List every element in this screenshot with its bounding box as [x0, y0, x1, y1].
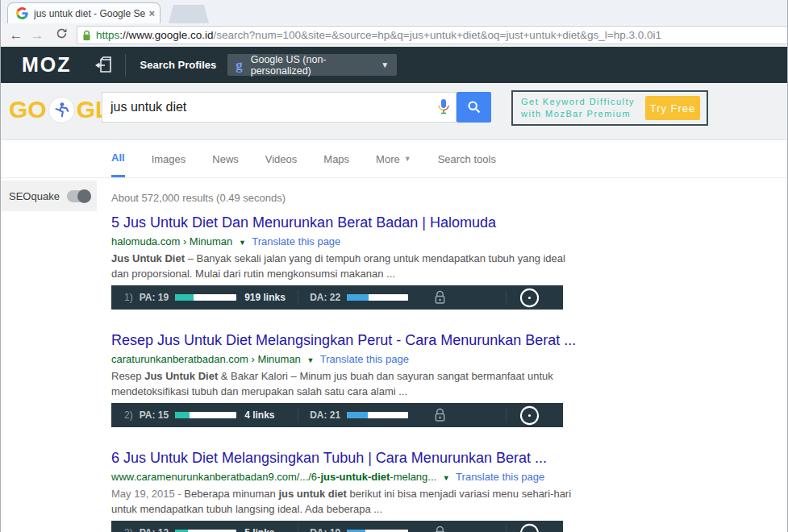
result-title-link[interactable]: 6 Jus Untuk Diet Melangsingkan Tubuh | C… [111, 449, 575, 468]
pa-label: PA: 13 [140, 527, 169, 532]
chevron-down-icon: ▼ [381, 60, 389, 69]
result-url-line: caraturunkanberatbadan.com › Minuman ▼ T… [111, 352, 575, 368]
result-snippet: Jus Untuk Diet – Banyak sekali jalan yan… [111, 251, 573, 281]
reload-button[interactable] [51, 27, 72, 44]
result-snippet: Resep Jus Untuk Diet & Bakar Kalori – Mi… [111, 369, 573, 399]
tab-videos[interactable]: Videos [265, 140, 298, 177]
tab-strip: jus untuk diet - Google Se × [1, 0, 788, 23]
link-analysis-icon[interactable] [519, 288, 540, 308]
result-url: www.caramenurunkanberatbadan9.com/.../6-… [111, 471, 436, 483]
tab-all[interactable]: All [111, 140, 125, 177]
address-bar[interactable]: https://www.google.co.id/search?num=100&… [77, 26, 788, 44]
search-result: Resep Jus Untuk Diet Melangsingkan Perut… [111, 331, 575, 427]
url-dropdown-caret-icon[interactable]: ▼ [239, 239, 246, 247]
logo-go: GO [9, 96, 47, 123]
tab-title: jus untuk diet - Google Se [34, 8, 145, 19]
result-rank: 3) [124, 527, 133, 532]
result-rank: 2) [124, 409, 133, 421]
result-snippet: May 19, 2015 - Beberapa minuman jus untu… [111, 487, 573, 517]
result-url: halomuda.com › Minuman [111, 235, 232, 247]
divider [506, 290, 507, 305]
search-box [102, 92, 457, 123]
result-rank: 1) [124, 292, 133, 303]
divider [298, 290, 298, 305]
links-count: 4 links [244, 409, 290, 421]
search-button[interactable] [457, 92, 491, 123]
tab-search-tools[interactable]: Search tools [438, 140, 496, 177]
detach-toolbar-icon[interactable] [94, 56, 115, 75]
chevron-down-icon: ▼ [404, 155, 411, 163]
da-label: DA: 21 [310, 409, 340, 421]
forward-button[interactable]: → [27, 27, 48, 44]
moz-toolbar: MOZ Search Profiles g Google US (non-per… [1, 47, 788, 83]
translate-link[interactable]: Translate this page [320, 353, 409, 365]
result-title-link[interactable]: 5 Jus Untuk Diet Dan Menurunkan Berat Ba… [111, 214, 575, 232]
secure-lock-icon [82, 30, 91, 41]
browser-window: jus untuk diet - Google Se × ← → https:/… [0, 0, 788, 532]
divider [298, 408, 298, 422]
da-label: DA: 19 [310, 527, 340, 532]
pa-bar [175, 294, 236, 301]
results-list: 5 Jus Untuk Diet Dan Menurunkan Berat Ba… [111, 214, 575, 532]
divider [506, 408, 507, 422]
lock-icon[interactable] [434, 526, 446, 532]
da-bar [347, 294, 408, 301]
search-profile-dropdown[interactable]: g Google US (non-personalized) ▼ [227, 54, 397, 76]
seoquake-label: SEOquake [9, 190, 60, 202]
da-bar [347, 412, 408, 418]
tab-images[interactable]: Images [152, 140, 186, 177]
tab-more[interactable]: More▼ [376, 140, 411, 177]
mozbar-metrics: 3) PA: 13 5 links DA: 19 [111, 521, 563, 532]
try-free-button[interactable]: Try Free [645, 96, 700, 120]
voice-search-icon[interactable] [432, 99, 456, 115]
browser-toolbar: ← → https://www.google.co.id/search?num=… [1, 23, 788, 47]
result-type-tabs: AllImagesNewsVideosMapsMore▼Search tools [1, 140, 788, 178]
search-profiles-label: Search Profiles [140, 59, 217, 71]
seoquake-toggle[interactable] [67, 190, 91, 202]
mozbar-metrics: 2) PA: 15 4 links DA: 21 [111, 403, 563, 427]
mozbar-metrics: 1) PA: 19 919 links DA: 22 [111, 285, 563, 310]
link-analysis-icon[interactable] [519, 523, 540, 532]
da-label: DA: 22 [310, 292, 340, 303]
result-url-line: www.caramenurunkanberatbadan9.com/.../6-… [111, 470, 575, 485]
search-input[interactable] [102, 100, 432, 114]
mozbar-premium-ad: Get Keyword Difficulty with MozBar Premi… [511, 90, 708, 126]
url-dropdown-caret-icon[interactable]: ▼ [443, 474, 450, 482]
back-button[interactable]: ← [6, 27, 27, 44]
links-count: 919 links [244, 292, 290, 303]
translate-link[interactable]: Translate this page [252, 235, 340, 247]
pa-label: PA: 19 [140, 292, 169, 303]
tab-maps[interactable]: Maps [323, 140, 349, 177]
moz-logo: MOZ [22, 53, 72, 77]
doodle-figure-icon [48, 97, 75, 123]
ad-text: Get Keyword Difficulty with MozBar Premi… [521, 96, 645, 120]
pa-bar [175, 412, 236, 418]
google-g-icon: g [236, 57, 243, 73]
links-count: 5 links [244, 527, 290, 532]
google-favicon-icon [16, 7, 28, 19]
divider [298, 526, 298, 532]
search-result: 5 Jus Untuk Diet Dan Menurunkan Berat Ba… [111, 214, 575, 310]
result-url-line: halomuda.com › Minuman ▼ Translate this … [111, 235, 575, 250]
profile-selected-value: Google US (non-personalized) [251, 54, 381, 77]
new-tab-button[interactable] [169, 5, 209, 23]
translate-link[interactable]: Translate this page [456, 471, 544, 483]
search-header: GO GLE Get Keyword Difficulty with MozBa… [1, 83, 788, 140]
pa-label: PA: 15 [140, 409, 169, 421]
tab-close-icon[interactable]: × [148, 8, 155, 19]
lock-icon[interactable] [434, 408, 446, 422]
url-text: https://www.google.co.id/search?num=100&… [96, 29, 661, 41]
tab-news[interactable]: News [212, 140, 239, 177]
result-title-link[interactable]: Resep Jus Untuk Diet Melangsingkan Perut… [111, 331, 575, 350]
search-result: 6 Jus Untuk Diet Melangsingkan Tubuh | C… [111, 449, 575, 532]
url-dropdown-caret-icon[interactable]: ▼ [306, 356, 314, 364]
lock-icon[interactable] [434, 290, 446, 305]
browser-tab[interactable]: jus untuk diet - Google Se × [7, 2, 161, 23]
result-url: caraturunkanberatbadan.com › Minuman [111, 353, 301, 365]
divider [125, 54, 126, 77]
seoquake-panel: SEOquake [1, 181, 97, 211]
result-stats: About 572,000 results (0.49 seconds) [111, 192, 286, 204]
divider [506, 526, 507, 532]
link-analysis-icon[interactable] [519, 405, 540, 426]
